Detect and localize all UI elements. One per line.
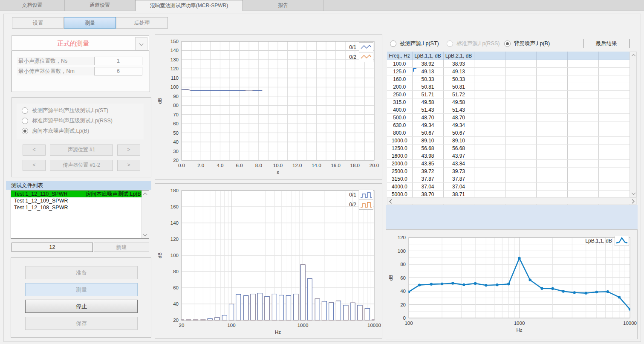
table-row[interactable]: 800.050.6750.67: [387, 129, 630, 137]
table-cell[interactable]: [474, 129, 505, 137]
table-cell[interactable]: [536, 160, 567, 168]
table-cell[interactable]: 500.0: [387, 114, 412, 121]
table-cell[interactable]: 39.72: [412, 168, 443, 175]
scroll-down-icon[interactable]: [632, 191, 636, 195]
last-result-button[interactable]: 最后结果: [583, 39, 630, 48]
table-cell[interactable]: [598, 152, 630, 160]
table-cell[interactable]: 125.0: [387, 68, 412, 75]
table-cell[interactable]: [567, 145, 598, 152]
radio-icon[interactable]: [447, 40, 453, 47]
measure-button[interactable]: 测量: [25, 283, 138, 296]
table-cell[interactable]: 43.84: [443, 160, 474, 168]
table-cell[interactable]: 50.33: [443, 75, 474, 83]
table-cell[interactable]: [505, 98, 536, 106]
table-cell[interactable]: 50.81: [412, 83, 443, 91]
table-cell[interactable]: 39.73: [443, 168, 474, 175]
table-cell[interactable]: 50.67: [443, 129, 474, 137]
table-cell[interactable]: [536, 91, 567, 98]
test-type-radio-2[interactable]: 标准声源平均声压级测试,Lp(RSS): [22, 117, 113, 124]
table-cell[interactable]: [474, 114, 505, 121]
table-cell[interactable]: [536, 98, 567, 106]
table-cell[interactable]: 2500.0: [387, 168, 412, 175]
table-cell[interactable]: [567, 91, 598, 98]
stop-button[interactable]: 停止: [25, 300, 138, 313]
table-cell[interactable]: [474, 145, 505, 152]
table-cell[interactable]: [567, 98, 598, 106]
position-prev-button[interactable]: <: [23, 160, 46, 171]
table-row[interactable]: 100.038.9238.93: [387, 60, 630, 68]
table-cell[interactable]: [474, 68, 505, 75]
table-cell[interactable]: [567, 183, 598, 191]
table-row[interactable]: 1600.043.9843.97: [387, 152, 630, 160]
table-cell[interactable]: 400.0: [387, 106, 412, 114]
table-cell[interactable]: [505, 137, 536, 145]
table-cell[interactable]: [536, 183, 567, 191]
table-cell[interactable]: [474, 91, 505, 98]
file-list-item[interactable]: Test 1_12_109_SPWR: [11, 197, 142, 204]
tab-3[interactable]: 混响室法测试声功率(MCR-SPWR): [135, 0, 243, 11]
radio-icon[interactable]: [22, 118, 28, 124]
table-cell[interactable]: [567, 83, 598, 91]
table-cell[interactable]: [474, 168, 505, 175]
table-cell[interactable]: 37.04: [443, 183, 474, 191]
scroll-right-icon[interactable]: [630, 199, 635, 204]
param-value-field[interactable]: 1: [94, 57, 142, 65]
result-table[interactable]: Freq., HzLpB,1,1, dBLpB,2,1, dB100.038.9…: [387, 52, 630, 206]
table-cell[interactable]: 48.70: [443, 114, 474, 121]
table-cell[interactable]: [474, 98, 505, 106]
tab-1[interactable]: 文档设置: [0, 0, 65, 11]
table-cell[interactable]: [474, 160, 505, 168]
table-cell[interactable]: [567, 121, 598, 129]
scroll-left-icon[interactable]: [390, 199, 394, 204]
table-cell[interactable]: [598, 175, 630, 183]
table-row[interactable]: 200.050.8150.81: [387, 83, 630, 91]
table-cell[interactable]: [598, 191, 630, 198]
file-list[interactable]: Test 1_12_110_SPWR房间本底噪声测试,Lp(B)Test 1_1…: [11, 190, 149, 239]
radio-icon[interactable]: [22, 107, 28, 114]
table-cell[interactable]: [505, 175, 536, 183]
table-cell[interactable]: [505, 114, 536, 121]
table-cell[interactable]: 800.0: [387, 129, 412, 137]
table-cell[interactable]: [598, 68, 630, 75]
table-cell[interactable]: 630.0: [387, 121, 412, 129]
test-type-radio-3[interactable]: 房间本底噪声测试,Lp(B): [22, 127, 89, 134]
table-row[interactable]: 125.049.1349.13: [387, 68, 630, 75]
table-row[interactable]: 315.049.5849.58: [387, 98, 630, 106]
table-cell[interactable]: 38.70: [412, 191, 443, 198]
table-row[interactable]: 400.051.4351.43: [387, 106, 630, 114]
table-cell[interactable]: [567, 175, 598, 183]
table-cell[interactable]: 1000.0: [387, 137, 412, 145]
table-cell[interactable]: [598, 183, 630, 191]
table-cell[interactable]: [536, 83, 567, 91]
table-cell[interactable]: 38.93: [443, 60, 474, 68]
table-cell[interactable]: [536, 168, 567, 175]
table-cell[interactable]: [536, 68, 567, 75]
table-row[interactable]: 2000.043.8543.84: [387, 160, 630, 168]
table-cell[interactable]: [505, 121, 536, 129]
table-cell[interactable]: [598, 160, 630, 168]
table-cell[interactable]: 49.34: [412, 121, 443, 129]
table-cell[interactable]: [536, 114, 567, 121]
source-radio-1[interactable]: 被测声源,Lp(ST): [390, 39, 439, 48]
table-cell[interactable]: [505, 183, 536, 191]
table-cell[interactable]: [598, 137, 630, 145]
table-cell[interactable]: 43.85: [412, 160, 443, 168]
table-cell[interactable]: [598, 129, 630, 137]
table-cell[interactable]: [567, 129, 598, 137]
table-cell[interactable]: [536, 152, 567, 160]
position-next-button[interactable]: >: [117, 145, 140, 156]
table-cell[interactable]: 315.0: [387, 98, 412, 106]
table-cell[interactable]: [567, 60, 598, 68]
table-row[interactable]: 2500.039.7239.73: [387, 168, 630, 175]
table-cell[interactable]: [567, 68, 598, 75]
dropdown-chevron-button[interactable]: [135, 37, 147, 50]
table-cell[interactable]: 49.13: [443, 68, 474, 75]
table-cell[interactable]: [567, 106, 598, 114]
table-cell[interactable]: [505, 168, 536, 175]
subtab-2[interactable]: 测量: [64, 17, 116, 29]
table-cell[interactable]: [536, 60, 567, 68]
table-cell[interactable]: 56.68: [412, 145, 443, 152]
table-cell[interactable]: [567, 152, 598, 160]
table-row[interactable]: 5000.038.7038.71: [387, 191, 630, 198]
file-list-item[interactable]: Test 1_12_110_SPWR房间本底噪声测试,Lp(B): [11, 191, 142, 197]
